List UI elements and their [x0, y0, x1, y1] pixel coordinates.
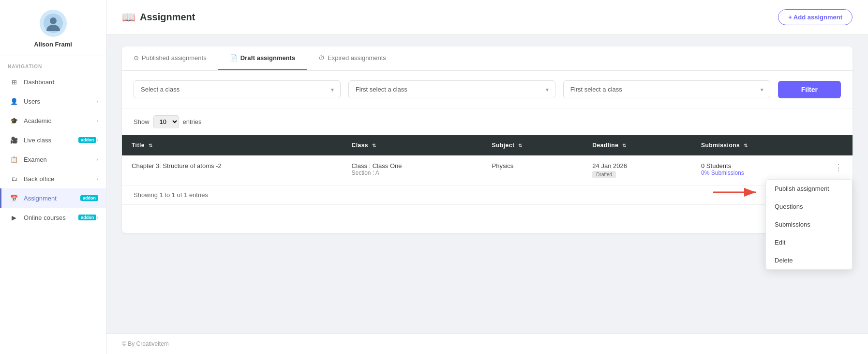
tab-label: Published assignments — [142, 54, 207, 62]
sidebar-item-label: Online courses — [24, 214, 75, 221]
table-header: Title ⇅ Class ⇅ Subject ⇅ — [122, 135, 853, 155]
page-title-area: 📖 Assignment — [122, 11, 195, 24]
row-deadline: 24 Jan 2026 Drafted — [583, 155, 691, 185]
draft-tab-icon: 📄 — [230, 54, 238, 62]
table-controls: Show 10 entries — [122, 108, 853, 135]
assignment-icon: 📅 — [9, 193, 19, 203]
arrow-pointer — [713, 185, 762, 201]
tab-published[interactable]: ⊙ Published assignments — [122, 46, 218, 70]
context-menu-publish[interactable]: Publish assignment — [766, 180, 852, 198]
chevron-right-icon: › — [96, 137, 98, 143]
assignment-card: ⊙ Published assignments 📄 Draft assignme… — [122, 46, 853, 233]
sidebar-item-back-office[interactable]: 🗂 Back office › — [0, 169, 106, 188]
row-title: Chapter 3: Structure of atoms -2 — [122, 155, 342, 185]
filter-button[interactable]: Filter — [778, 81, 841, 98]
show-label: Show — [134, 118, 150, 125]
entries-label: entries — [183, 118, 202, 125]
table-body: Chapter 3: Structure of atoms -2 Class :… — [122, 155, 853, 185]
subject-select-wrapper: First select a class — [348, 80, 555, 98]
status-badge: Drafted — [592, 171, 616, 178]
chevron-right-icon: › — [96, 215, 98, 220]
sidebar-item-users[interactable]: 👤 Users › — [0, 92, 106, 111]
chevron-right-icon: › — [96, 156, 98, 162]
section-select[interactable]: First select a class — [563, 80, 770, 98]
sort-icon: ⇅ — [744, 143, 748, 148]
users-icon: 👤 — [9, 96, 19, 106]
back-office-icon: 🗂 — [9, 174, 19, 184]
section-select-wrapper: First select a class — [563, 80, 770, 98]
addon-badge: addon — [78, 137, 96, 143]
academic-icon: 🎓 — [9, 116, 19, 125]
subject-select[interactable]: First select a class — [348, 80, 555, 98]
sidebar-item-label: Live class — [24, 137, 75, 144]
context-menu-edit[interactable]: Edit — [766, 233, 852, 251]
addon-badge: addon — [80, 195, 98, 201]
chevron-right-icon: › — [96, 118, 98, 123]
svg-point-1 — [50, 17, 57, 24]
class-select[interactable]: Select a class — [134, 80, 341, 98]
entries-select[interactable]: 10 — [153, 115, 179, 128]
tab-expired[interactable]: ⏱ Expired assignments — [307, 46, 398, 70]
page-title: Assignment — [140, 12, 195, 23]
sort-icon: ⇅ — [372, 143, 376, 148]
col-actions — [824, 135, 853, 155]
examen-icon: 📋 — [9, 154, 19, 164]
sidebar-item-label: Examen — [24, 156, 96, 163]
expired-tab-icon: ⏱ — [318, 54, 325, 62]
sidebar-item-label: Assignment — [24, 195, 77, 202]
sidebar-item-label: Academic — [24, 117, 96, 124]
col-deadline[interactable]: Deadline ⇅ — [583, 135, 691, 155]
col-subject[interactable]: Subject ⇅ — [482, 135, 583, 155]
table-row: Chapter 3: Structure of atoms -2 Class :… — [122, 155, 853, 185]
footer: © By Creativeitem — [106, 333, 868, 354]
sort-icon: ⇅ — [622, 143, 627, 148]
row-subject: Physics — [482, 155, 583, 185]
main-content: 📖 Assignment + Add assignment ⊙ Publishe… — [106, 0, 868, 354]
filter-row: Select a class First select a class Firs… — [134, 80, 841, 98]
sidebar-item-live-class[interactable]: 🎥 Live class addon › — [0, 130, 106, 150]
tabs-bar: ⊙ Published assignments 📄 Draft assignme… — [122, 46, 853, 71]
sort-icon: ⇅ — [149, 143, 153, 148]
chevron-right-icon: › — [96, 98, 98, 104]
sidebar-item-label: Back office — [24, 175, 96, 183]
chevron-right-icon: › — [96, 176, 98, 182]
content-area: ⊙ Published assignments 📄 Draft assignme… — [106, 35, 868, 333]
class-select-wrapper: Select a class — [134, 80, 341, 98]
tab-label: Draft assignments — [240, 54, 295, 62]
live-class-icon: 🎥 — [9, 135, 19, 145]
col-submissions[interactable]: Submissions ⇅ — [691, 135, 824, 155]
book-icon: 📖 — [122, 11, 135, 24]
col-title[interactable]: Title ⇅ — [122, 135, 342, 155]
row-class: Class : Class One Section : A — [342, 155, 482, 185]
context-menu-questions[interactable]: Questions — [766, 198, 852, 215]
data-table-wrapper: Title ⇅ Class ⇅ Subject ⇅ — [122, 135, 853, 185]
pagination: ‹ 1 › — [122, 204, 853, 233]
tab-draft[interactable]: 📄 Draft assignments — [218, 46, 307, 70]
sidebar-item-label: Users — [24, 98, 96, 105]
context-menu: Publish assignment Questions Submissions… — [765, 179, 853, 270]
sidebar-item-online-courses[interactable]: ▶ Online courses addon › — [0, 208, 106, 227]
sidebar-item-assignment[interactable]: 📅 Assignment addon — [0, 188, 106, 208]
context-menu-submissions[interactable]: Submissions — [766, 215, 852, 233]
top-header: 📖 Assignment + Add assignment — [106, 0, 868, 35]
user-name: Alison Frami — [34, 41, 72, 48]
add-assignment-button[interactable]: + Add assignment — [778, 9, 853, 25]
addon-badge: addon — [78, 215, 96, 220]
tab-label: Expired assignments — [328, 54, 386, 62]
sidebar-item-label: Dashboard — [24, 78, 98, 86]
sort-icon: ⇅ — [518, 143, 523, 148]
sidebar-item-dashboard[interactable]: ⊞ Dashboard — [0, 72, 106, 92]
sidebar-item-examen[interactable]: 📋 Examen › — [0, 150, 106, 169]
footer-text: © By Creativeitem — [122, 340, 169, 347]
dashboard-icon: ⊞ — [9, 77, 19, 87]
avatar — [40, 10, 67, 37]
col-class[interactable]: Class ⇅ — [342, 135, 482, 155]
sidebar: Alison Frami NAVIGATION ⊞ Dashboard 👤 Us… — [0, 0, 106, 354]
sidebar-header: Alison Frami — [0, 0, 106, 56]
online-courses-icon: ▶ — [9, 213, 19, 222]
assignments-table: Title ⇅ Class ⇅ Subject ⇅ — [122, 135, 853, 185]
published-tab-icon: ⊙ — [134, 54, 139, 62]
context-menu-delete[interactable]: Delete — [766, 251, 852, 269]
sidebar-item-academic[interactable]: 🎓 Academic › — [0, 111, 106, 130]
nav-section-label: NAVIGATION — [0, 56, 106, 72]
